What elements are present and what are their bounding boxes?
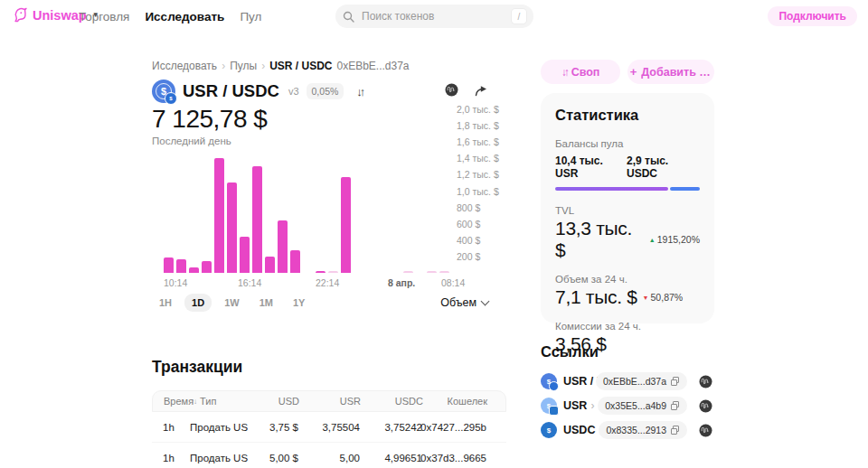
tx-time: 1h [163, 422, 175, 433]
etherscan-icon[interactable] [699, 424, 712, 437]
tx-wallet[interactable]: 0x37d3...9665 [405, 453, 486, 463]
y-axis-tick: 1,0 тыс. $ [457, 186, 499, 197]
usdc-token-badge-icon [549, 381, 559, 391]
copy-icon [671, 401, 680, 410]
fee-tier-badge: 0,05% [307, 83, 344, 99]
balance-usdc: 2,9 тыс. USDC [627, 154, 700, 180]
volume-24h-change: ▼ 50,87% [643, 292, 684, 303]
volume-bar[interactable] [176, 259, 186, 273]
balance-ratio-bar [555, 187, 700, 191]
breadcrumb-pool-address[interactable]: 0xEBbE...d37a [336, 60, 409, 72]
pool-pair-name: USR / USDC [183, 81, 279, 101]
pool-header: $ $ USR / USDC v3 0,05% ↓↑ [152, 80, 363, 103]
volume-bar[interactable] [341, 177, 351, 273]
swap-button[interactable]: ↓↑ Своп [541, 60, 620, 84]
tvl-value: 13,3 тыс. $ [555, 218, 644, 261]
tx-usd: 3,75 $ [235, 422, 298, 433]
transactions-header-row: Время ↑↓ Тип USD USR USDC Кошелек [152, 390, 506, 412]
fees-24h-label: Комиссии за 24 ч. [555, 321, 700, 332]
connect-wallet-button[interactable]: Подключить [768, 6, 857, 26]
search-icon [343, 11, 354, 23]
table-row[interactable]: 1h Продать US 3,75 $ 3,75504 3,75242 0x7… [152, 412, 506, 443]
usdc-token-badge-icon: $ [165, 92, 177, 105]
col-usd[interactable]: USD [236, 396, 299, 407]
main-nav: Торговля Исследовать Пул [79, 0, 261, 33]
volume-bar[interactable] [227, 183, 237, 273]
pool-address-pill[interactable]: 0xEBbE...d37a [596, 372, 687, 390]
tvl-change-value: 1915,20% [657, 234, 700, 245]
y-axis-tick: 1,6 тыс. $ [457, 136, 499, 147]
volume-bar[interactable] [202, 261, 212, 273]
volume-bar[interactable] [164, 257, 174, 273]
volume-bar[interactable] [439, 271, 449, 273]
nav-trade[interactable]: Торговля [79, 10, 129, 23]
timeframe-1w[interactable]: 1W [217, 294, 247, 312]
col-type[interactable]: ↑↓ Тип [191, 396, 216, 407]
usr-address: 0x35E5...a4b9 [605, 400, 666, 411]
link-row-usr: $ USR › 0x35E5...a4b9 [541, 395, 714, 417]
col-type-label: Тип [200, 396, 216, 407]
volume-bar[interactable] [278, 220, 288, 273]
copy-icon [671, 377, 680, 386]
link-usdc-label[interactable]: USDC [563, 424, 595, 436]
timeframe-1d[interactable]: 1D [184, 294, 212, 312]
volume-bar[interactable] [427, 271, 437, 273]
volume-bar[interactable] [189, 267, 199, 273]
timeframe-1y[interactable]: 1Y [286, 294, 312, 312]
reverse-tokens-icon[interactable]: ↓↑ [356, 85, 363, 98]
chart-metric-label: Объем [440, 296, 476, 309]
pool-pair-icon: $ $ [152, 80, 175, 103]
usdc-address: 0x8335...2913 [606, 425, 666, 435]
volume-bar[interactable] [290, 250, 300, 273]
x-axis-tick: 22:14 [316, 277, 339, 288]
chart-metric-dropdown[interactable]: Объем [416, 296, 488, 309]
etherscan-icon[interactable] [699, 375, 712, 388]
pool-address: 0xEBbE...d37a [603, 376, 666, 387]
link-row-pool: $ USR / USDC 0xEBbE...d37a [541, 370, 714, 392]
tx-wallet[interactable]: 0x7427...295b [405, 422, 486, 433]
y-axis-tick: 1,8 тыс. $ [457, 120, 499, 131]
volume-24h-value: 7,1 тыс. $ [555, 286, 637, 308]
y-axis-tick: 1,2 тыс. $ [457, 169, 499, 180]
col-usr[interactable]: USR [297, 396, 361, 407]
timeframe-1h[interactable]: 1H [152, 294, 179, 312]
table-row[interactable]: 1h Продать US 5,00 $ 5,00 4,99651 0x37d3… [152, 443, 506, 468]
add-liquidity-label: Добавить ли… [641, 66, 712, 79]
nav-explore[interactable]: Исследовать [145, 10, 224, 23]
col-time[interactable]: Время [164, 396, 193, 407]
breadcrumb-current-pool: USR / USDC [269, 60, 332, 72]
nav-pool[interactable]: Пул [240, 10, 261, 23]
swap-arrows-icon: ↓↑ [561, 66, 567, 79]
volume-bar[interactable] [240, 237, 250, 273]
link-row-usdc: $ USDC › 0x8335...2913 [541, 419, 714, 441]
etherscan-icon[interactable] [699, 399, 712, 413]
balance-bar-usr-segment [555, 187, 668, 191]
timeframe-1m[interactable]: 1M [252, 294, 280, 312]
breadcrumb-separator: › [222, 60, 225, 72]
arrow-up-icon: ▲ [649, 237, 656, 243]
link-usr-label[interactable]: USR [563, 399, 587, 412]
volume-change-value: 50,87% [651, 292, 684, 303]
y-axis-tick: 800 $ [457, 202, 480, 213]
add-liquidity-button[interactable]: + Добавить ли… [627, 60, 714, 84]
transactions-table: Время ↑↓ Тип USD USR USDC Кошелек 1h Про… [152, 390, 506, 468]
breadcrumb-separator: › [261, 60, 265, 72]
y-axis-tick: 600 $ [457, 219, 480, 229]
usdc-address-pill[interactable]: 0x8335...2913 [599, 421, 687, 439]
volume-bar[interactable] [328, 271, 338, 273]
col-wallet[interactable]: Кошелек [406, 396, 487, 407]
breadcrumb-pools[interactable]: Пулы [230, 60, 257, 72]
volume-bar[interactable] [252, 166, 262, 273]
volume-bar[interactable] [214, 158, 224, 273]
volume-bar[interactable] [265, 257, 275, 273]
volume-bar[interactable] [316, 271, 326, 273]
volume-chart[interactable] [152, 108, 459, 273]
tvl-label: TVL [555, 205, 700, 216]
usr-address-pill[interactable]: 0x35E5...a4b9 [598, 397, 687, 415]
transactions-title: Транзакции [152, 358, 242, 377]
copy-icon [671, 426, 680, 435]
tx-usd: 5,00 $ [235, 453, 298, 463]
volume-bar[interactable] [403, 271, 413, 273]
breadcrumb-explore[interactable]: Исследовать [152, 60, 217, 72]
unicorn-logo-icon [13, 7, 28, 23]
